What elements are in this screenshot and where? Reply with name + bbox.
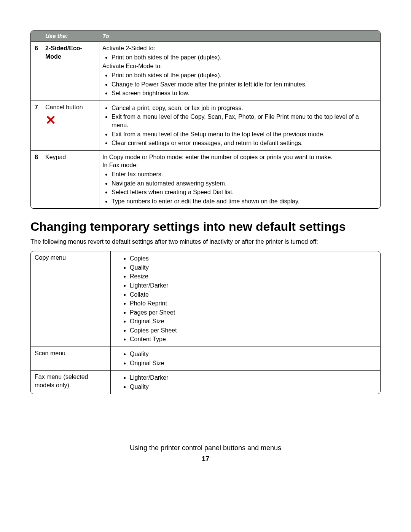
row-number: 8 [31, 150, 42, 209]
bullet-item: Copies [130, 254, 376, 263]
to-line: Activate 2-Sided to: [102, 44, 377, 53]
bullet-list: Copies Quality Resize Lighter/Darker Col… [123, 254, 376, 343]
menu-name: Fax menu (selected models only) [31, 370, 111, 394]
table-row: 7 Cancel button ✕ Cancel a print, copy, … [31, 101, 380, 150]
bullet-item: Photo Reprint [130, 299, 376, 308]
bullet-list: Quality Original Size [123, 350, 376, 367]
page-number: 17 [0, 454, 411, 463]
to-line: In Fax mode: [102, 161, 377, 169]
footer-title: Using the printer control panel buttons … [0, 443, 411, 452]
bullet-item: Navigate an automated answering system. [112, 179, 377, 188]
document-page: Use the: To 6 2-Sided/Eco-Mode Activate … [0, 0, 411, 532]
row-number: 7 [31, 101, 42, 150]
bullet-list: Cancel a print, copy, scan, or fax job i… [102, 104, 377, 147]
bullet-item: Quality [130, 383, 376, 391]
bullet-list: Lighter/Darker Quality [123, 374, 376, 391]
control-panel-table: Use the: To 6 2-Sided/Eco-Mode Activate … [30, 30, 381, 209]
header-to: To [99, 31, 380, 42]
bullet-item: Quality [130, 350, 376, 358]
cancel-icon: ✕ [45, 113, 96, 126]
table-row: 8 Keypad In Copy mode or Photo mode: ent… [31, 150, 380, 209]
table-row: Scan menu Quality Original Size [31, 347, 380, 370]
bullet-item: Copies per Sheet [130, 326, 376, 335]
menu-items: Quality Original Size [111, 347, 380, 370]
page-footer: Using the printer control panel buttons … [0, 443, 411, 463]
section-intro: The following menus revert to default se… [30, 238, 381, 246]
row-use: Keypad [42, 150, 99, 209]
menu-name: Copy menu [31, 251, 111, 347]
row-to: In Copy mode or Photo mode: enter the nu… [99, 150, 380, 209]
bullet-item: Lighter/Darker [130, 374, 376, 382]
bullet-item: Type numbers to enter or edit the date a… [112, 197, 377, 206]
row-use: 2-Sided/Eco-Mode [42, 42, 99, 101]
table-row: Copy menu Copies Quality Resize Lighter/… [31, 251, 380, 347]
use-label: 2-Sided/Eco-Mode [45, 45, 82, 60]
default-settings-table: Copy menu Copies Quality Resize Lighter/… [30, 251, 381, 394]
bullet-item: Quality [130, 264, 376, 272]
bullet-item: Print on both sides of the paper (duplex… [112, 71, 377, 80]
use-label: Keypad [45, 153, 96, 161]
bullet-item: Resize [130, 272, 376, 281]
bullet-item: Collate [130, 291, 376, 299]
bullet-item: Content Type [130, 335, 376, 343]
table-row: Fax menu (selected models only) Lighter/… [31, 370, 380, 394]
bullet-list: Print on both sides of the paper (duplex… [102, 71, 377, 97]
bullet-item: Original Size [130, 359, 376, 367]
bullet-item: Change to Power Saver mode after the pri… [112, 80, 377, 89]
bullet-item: Set screen brightness to low. [112, 89, 377, 97]
to-line: Activate Eco-Mode to: [102, 62, 377, 70]
use-label: Cancel button [45, 103, 96, 112]
menu-items: Lighter/Darker Quality [111, 370, 380, 394]
bullet-item: Select letters when creating a Speed Dia… [112, 188, 377, 197]
bullet-list: Enter fax numbers. Navigate an automated… [102, 170, 377, 205]
bullet-item: Pages per Sheet [130, 308, 376, 317]
row-use: Cancel button ✕ [42, 101, 99, 150]
header-use: Use the: [42, 31, 99, 42]
to-line: In Copy mode or Photo mode: enter the nu… [102, 153, 377, 161]
row-to: Activate 2-Sided to: Print on both sides… [99, 42, 380, 101]
row-number: 6 [31, 42, 42, 101]
bullet-item: Clear current settings or error messages… [112, 139, 377, 147]
bullet-item: Print on both sides of the paper (duplex… [112, 53, 377, 62]
section-heading: Changing temporary settings into new def… [30, 220, 381, 233]
bullet-item: Cancel a print, copy, scan, or fax job i… [112, 104, 377, 112]
bullet-item: Exit from a menu level of the Copy, Scan… [112, 113, 377, 129]
table-row: 6 2-Sided/Eco-Mode Activate 2-Sided to: … [31, 42, 380, 101]
bullet-item: Original Size [130, 317, 376, 326]
menu-items: Copies Quality Resize Lighter/Darker Col… [111, 251, 380, 347]
row-to: Cancel a print, copy, scan, or fax job i… [99, 101, 380, 150]
bullet-list: Print on both sides of the paper (duplex… [102, 53, 377, 62]
bullet-item: Lighter/Darker [130, 281, 376, 290]
menu-name: Scan menu [31, 347, 111, 370]
header-blank [31, 31, 42, 42]
bullet-item: Exit from a menu level of the Setup menu… [112, 130, 377, 139]
bullet-item: Enter fax numbers. [112, 170, 377, 179]
